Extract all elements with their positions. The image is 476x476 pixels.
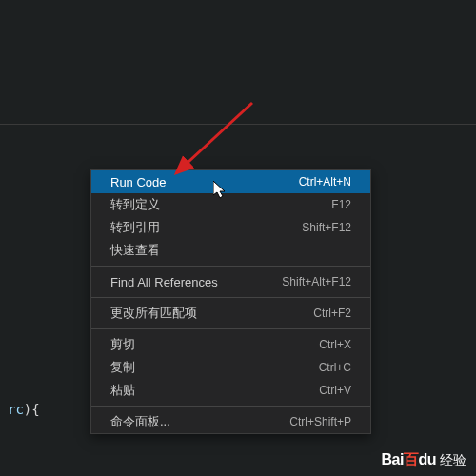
menu-item-label: Run Code (110, 175, 167, 189)
menu-item-shortcut: Ctrl+X (319, 338, 351, 351)
menu-item-shortcut: Shift+F12 (302, 221, 351, 234)
menu-item[interactable]: 转到定义F12 (91, 193, 370, 216)
panel-divider (0, 124, 476, 125)
menu-item[interactable]: 命令面板...Ctrl+Shift+P (91, 410, 370, 433)
menu-item-label: 命令面板... (110, 413, 170, 430)
menu-item[interactable]: Find All ReferencesShift+Alt+F12 (91, 270, 370, 293)
menu-item[interactable]: 粘贴Ctrl+V (91, 379, 370, 402)
menu-item-label: 剪切 (110, 336, 135, 353)
code-suffix: ){ (24, 402, 40, 417)
menu-item-label: 更改所有匹配项 (110, 305, 197, 322)
menu-item-shortcut: Ctrl+Shift+P (289, 415, 351, 428)
menu-item-shortcut: F12 (331, 198, 351, 211)
menu-item-shortcut: Ctrl+F2 (313, 307, 351, 320)
watermark-product: 经验 (440, 452, 466, 469)
menu-item[interactable]: Run CodeCtrl+Alt+N (91, 170, 370, 193)
menu-item-label: 快速查看 (110, 242, 160, 259)
menu-item[interactable]: 更改所有匹配项Ctrl+F2 (91, 302, 370, 325)
menu-item-shortcut: Ctrl+C (319, 361, 351, 374)
watermark: Bai百du 经验 (382, 450, 466, 470)
code-snippet: rc){ (8, 402, 40, 417)
menu-item-label: 转到引用 (110, 219, 160, 236)
menu-item-shortcut: Ctrl+Alt+N (299, 175, 351, 188)
context-menu: Run CodeCtrl+Alt+N转到定义F12转到引用Shift+F12快速… (90, 169, 371, 434)
menu-item[interactable]: 快速查看 (91, 239, 370, 262)
menu-item-label: 粘贴 (110, 382, 135, 399)
menu-item-label: 复制 (110, 359, 135, 376)
menu-separator (91, 266, 370, 267)
menu-item-label: 转到定义 (110, 196, 160, 213)
watermark-logo: Bai百du (382, 450, 436, 470)
menu-item-shortcut: Shift+Alt+F12 (282, 275, 351, 288)
code-param: rc (8, 402, 24, 417)
menu-item[interactable]: 转到引用Shift+F12 (91, 216, 370, 239)
menu-item[interactable]: 复制Ctrl+C (91, 356, 370, 379)
menu-item-label: Find All References (110, 275, 218, 289)
menu-separator (91, 406, 370, 407)
menu-separator (91, 328, 370, 329)
menu-separator (91, 297, 370, 298)
menu-item[interactable]: 剪切Ctrl+X (91, 333, 370, 356)
menu-item-shortcut: Ctrl+V (319, 384, 351, 397)
